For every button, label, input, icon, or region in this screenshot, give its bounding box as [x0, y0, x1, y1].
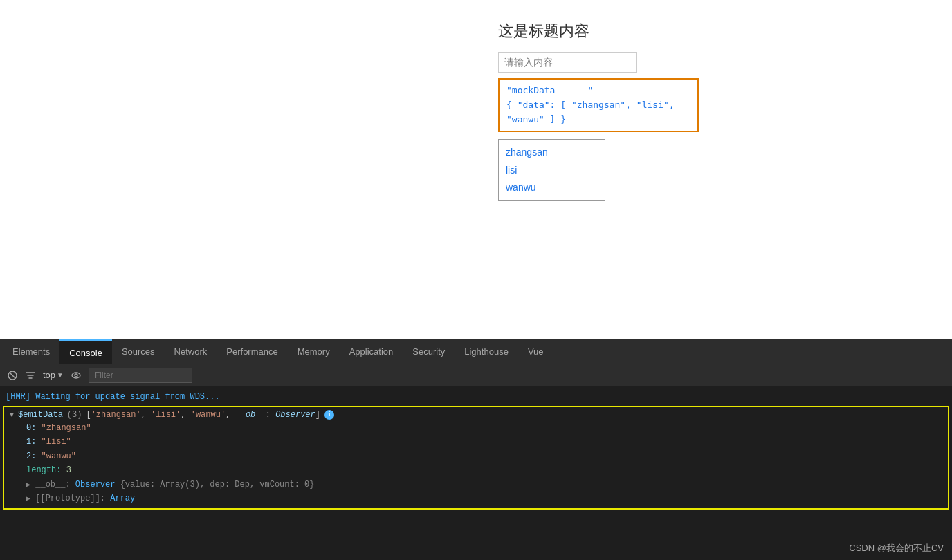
tab-elements[interactable]: Elements: [3, 339, 60, 364]
list-item-wanwu[interactable]: wanwu: [506, 179, 598, 196]
list-box: zhangsan lisi wanwu: [498, 139, 605, 201]
emit-ob-val: Observer: [275, 410, 315, 420]
value-1: "lisi": [42, 437, 71, 447]
emit-item-1: 1: "lisi": [26, 435, 942, 449]
svg-point-3: [75, 374, 77, 377]
emit-length: length: 3: [26, 463, 942, 477]
top-label: top: [43, 370, 55, 380]
emit-main-line: ▼ $emitData (3) ['zhangsan', 'lisi', 'wa…: [10, 410, 942, 420]
emit-item-2: 2: "wanwu": [26, 449, 942, 463]
tab-console[interactable]: Console: [60, 339, 112, 364]
clear-console-icon[interactable]: [6, 368, 19, 382]
length-value: 3: [66, 465, 71, 475]
emit-item-0: 0: "zhangsan": [26, 421, 942, 435]
devtools-panel: Elements Console Sources Network Perform…: [0, 339, 952, 560]
svg-line-1: [10, 373, 15, 378]
value-0: "zhangsan": [42, 423, 91, 433]
watermark: CSDN @我会的不止CV: [849, 542, 944, 554]
app-panel: 这是标题内容 "mockData------" { "data": [ "zha…: [484, 7, 837, 215]
console-content: [HMR] Waiting for update signal from WDS…: [0, 386, 952, 560]
tab-network[interactable]: Network: [165, 339, 217, 364]
index-2: 2:: [26, 451, 36, 461]
filter-input[interactable]: [89, 368, 192, 383]
ob-expand-arrow[interactable]: ▶: [26, 481, 30, 489]
devtools-tabs: Elements Console Sources Network Perform…: [0, 339, 952, 364]
proto-label: [[Prototype]]:: [35, 494, 105, 503]
emit-str-3: 'wanwu': [191, 410, 226, 420]
console-emit-row: ▼ $emitData (3) ['zhangsan', 'lisi', 'wa…: [3, 406, 949, 510]
tab-performance[interactable]: Performance: [217, 339, 287, 364]
tab-sources[interactable]: Sources: [112, 339, 165, 364]
emit-proto: ▶ [[Prototype]]: Array: [26, 492, 942, 505]
toolbar-left-icons: [6, 368, 37, 382]
hmr-line: [HMR] Waiting for update signal from WDS…: [0, 389, 952, 404]
mock-data-line-2: { "data": [ "zhangsan", "lisi", "wanwu" …: [506, 98, 690, 127]
length-label: length:: [26, 465, 61, 475]
app-title: 这是标题内容: [498, 21, 823, 41]
list-item-zhangsan[interactable]: zhangsan: [506, 144, 598, 161]
svg-point-2: [72, 373, 80, 378]
tab-vue[interactable]: Vue: [518, 339, 553, 364]
emit-count: (3): [67, 410, 82, 420]
index-0: 0:: [26, 423, 36, 433]
ob-detail: {value: Array(3), dep: Dep, vmCount: 0}: [120, 480, 315, 489]
filter-icon[interactable]: [24, 368, 37, 382]
mock-data-line-1: "mockData------": [506, 84, 690, 98]
list-item-lisi[interactable]: lisi: [506, 162, 598, 179]
info-icon[interactable]: i: [324, 410, 334, 420]
tab-lighthouse[interactable]: Lighthouse: [455, 339, 518, 364]
emit-str-1: 'zhangsan': [91, 410, 141, 420]
expand-arrow[interactable]: ▼: [10, 411, 14, 419]
value-2: "wanwu": [42, 451, 76, 461]
ob-type: Observer: [75, 480, 116, 489]
devtools-toolbar: top ▼: [0, 364, 952, 386]
emit-array-text: ['zhangsan', 'lisi', 'wanwu', __ob__: Ob…: [86, 410, 320, 420]
tab-memory[interactable]: Memory: [288, 339, 340, 364]
eye-icon[interactable]: [69, 368, 83, 382]
content-input[interactable]: [498, 52, 637, 73]
ob-label: __ob__:: [35, 480, 70, 489]
emit-str-2: 'lisi': [151, 410, 181, 420]
mock-data-box: "mockData------" { "data": [ "zhangsan",…: [498, 78, 699, 132]
emit-details: 0: "zhangsan" 1: "lisi" 2: "wanwu" lengt…: [10, 421, 942, 505]
emit-ob: ▶ __ob__: Observer {value: Array(3), dep…: [26, 478, 942, 492]
tab-application[interactable]: Application: [340, 339, 403, 364]
emit-ob-key: __ob__: [236, 410, 266, 420]
proto-value: Array: [110, 494, 135, 503]
hmr-text: [HMR] Waiting for update signal from WDS…: [6, 392, 220, 402]
emit-var-name: $emitData: [18, 410, 63, 420]
tab-security[interactable]: Security: [403, 339, 455, 364]
main-content: 这是标题内容 "mockData------" { "data": [ "zha…: [0, 0, 952, 339]
dropdown-arrow: ▼: [57, 371, 64, 379]
top-dropdown[interactable]: top ▼: [43, 370, 64, 380]
index-1: 1:: [26, 437, 36, 447]
proto-expand-arrow[interactable]: ▶: [26, 495, 30, 503]
